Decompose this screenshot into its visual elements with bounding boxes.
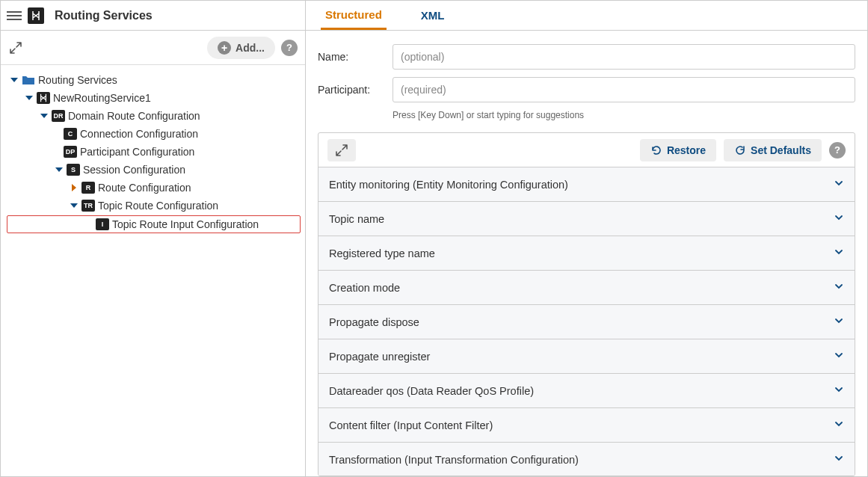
node-badge-icon: R [81,182,95,194]
help-icon[interactable]: ? [281,40,298,56]
tree-label: Route Configuration [98,182,191,194]
property-row[interactable]: Topic name [318,202,855,236]
set-defaults-button[interactable]: Set Defaults [724,139,822,161]
help-icon[interactable]: ? [829,142,846,159]
name-label: Name: [318,51,393,63]
node-badge-icon: DP [64,146,77,158]
reset-icon [734,144,746,156]
chevron-down-icon [834,453,844,466]
tree-toggle[interactable] [70,201,79,210]
property-row[interactable]: Creation mode [318,271,855,305]
tree-label: Connection Configuration [80,128,198,140]
restore-label: Restore [667,144,706,156]
tree-node-route[interactable]: R Route Configuration [5,179,301,197]
property-row[interactable]: Propagate dispose [318,305,855,339]
tree-label: Routing Services [38,74,117,86]
tree-label: Topic Route Input Configuration [112,218,259,230]
property-list: Entity monitoring (Entity Monitoring Con… [318,167,855,476]
chevron-down-icon [834,178,844,191]
tree-node-topic-route[interactable]: TR Topic Route Configuration [5,197,301,215]
property-row[interactable]: Content filter (Input Content Filter) [318,408,855,443]
service-icon [37,92,50,104]
tab-bar: Structured XML [306,1,867,31]
tree-node-session[interactable]: S Session Configuration [5,161,301,179]
add-button-label: Add... [236,42,265,54]
plus-icon: + [218,41,231,55]
chevron-down-icon [834,419,844,431]
tree-label: NewRoutingService1 [53,92,151,104]
property-label: Propagate unregister [329,351,834,363]
tree-toggle[interactable] [25,93,34,102]
chevron-down-icon [834,316,844,328]
page-title: Routing Services [50,9,153,22]
node-badge-icon: TR [81,200,95,212]
property-row[interactable]: Propagate unregister [318,339,855,374]
node-badge-icon: S [67,164,80,176]
tree-node-connection[interactable]: C Connection Configuration [5,125,301,143]
property-label: Content filter (Input Content Filter) [329,419,834,431]
tree-node-root[interactable]: Routing Services [5,71,301,89]
node-badge-icon: I [96,218,109,230]
participant-label: Participant: [318,84,393,96]
tree-toggle[interactable] [70,183,79,192]
chevron-down-icon [834,212,844,225]
folder-icon [22,75,35,85]
menu-icon[interactable] [7,8,22,23]
chevron-down-icon [834,281,844,294]
property-label: Transformation (Input Transformation Con… [329,454,834,466]
tree-view: Routing Services NewRoutingService1 DR D… [1,65,305,476]
tab-structured[interactable]: Structured [321,1,387,30]
tree-node-participant[interactable]: DP Participant Configuration [5,143,301,161]
restore-button[interactable]: Restore [640,139,716,161]
node-badge-icon: DR [52,110,65,122]
property-row[interactable]: Datareader qos (Data Reader QoS Profile) [318,374,855,408]
expand-icon[interactable] [8,40,23,55]
participant-input[interactable] [393,77,855,102]
tree-toggle[interactable] [55,165,64,174]
tree-node-service[interactable]: NewRoutingService1 [5,89,301,107]
property-label: Entity monitoring (Entity Monitoring Con… [329,179,834,191]
property-label: Topic name [329,213,834,225]
undo-icon [650,144,662,156]
name-input[interactable] [393,44,855,70]
property-row[interactable]: Registered type name [318,236,855,271]
tree-label: Participant Configuration [80,146,194,158]
expand-properties-button[interactable] [327,139,356,161]
tree-label: Domain Route Configuration [68,110,200,122]
set-defaults-label: Set Defaults [751,144,811,156]
app-icon [28,7,44,24]
property-label: Registered type name [329,247,834,259]
chevron-down-icon [834,350,844,363]
add-button[interactable]: + Add... [207,37,275,59]
tree-node-domain-route[interactable]: DR Domain Route Configuration [5,107,301,125]
tab-xml[interactable]: XML [416,1,449,30]
participant-hint: Press [Key Down] or start typing for sug… [393,110,855,120]
property-label: Datareader qos (Data Reader QoS Profile) [329,385,834,397]
tree-label: Session Configuration [83,164,185,176]
tree-node-topic-route-input[interactable]: I Topic Route Input Configuration [7,215,301,233]
chevron-down-icon [834,384,844,397]
property-row[interactable]: Entity monitoring (Entity Monitoring Con… [318,167,855,202]
chevron-down-icon [834,247,844,259]
property-row[interactable]: Transformation (Input Transformation Con… [318,443,855,476]
node-badge-icon: C [64,128,77,140]
tree-label: Topic Route Configuration [98,200,218,212]
property-label: Creation mode [329,282,834,294]
tree-toggle[interactable] [10,76,19,84]
property-label: Propagate dispose [329,316,834,328]
tree-toggle[interactable] [40,111,49,120]
